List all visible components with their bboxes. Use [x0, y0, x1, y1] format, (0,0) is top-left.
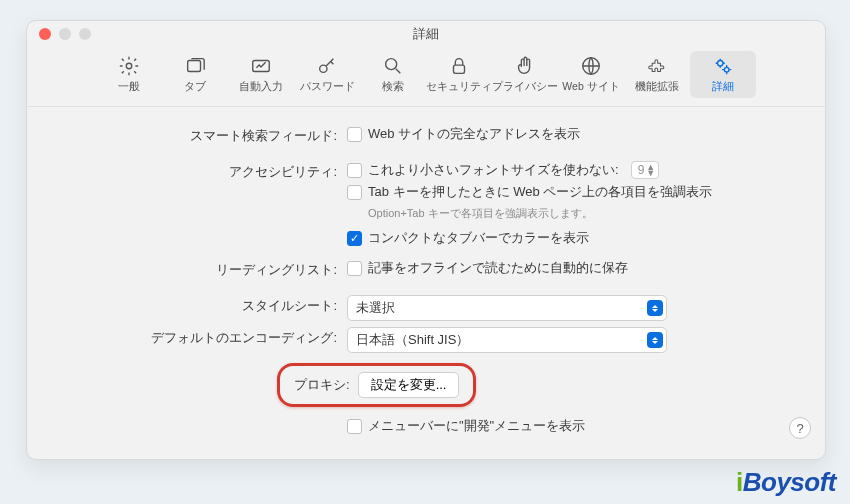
pencil-box-icon — [250, 55, 272, 77]
tab-privacy[interactable]: プライバシー — [492, 51, 558, 98]
develop-menu-checkbox[interactable] — [347, 419, 362, 434]
encoding-label: デフォルトのエンコーディング: — [57, 327, 347, 347]
gear-icon — [118, 55, 140, 77]
svg-point-8 — [724, 67, 729, 72]
tab-highlight-checkbox[interactable] — [347, 185, 362, 200]
tab-highlight-hint: Option+Tab キーで各項目を強調表示します。 — [347, 206, 795, 221]
proxy-settings-button[interactable]: 設定を変更... — [358, 372, 460, 398]
svg-point-4 — [386, 59, 397, 70]
globe-icon — [580, 55, 602, 77]
stylesheet-label: スタイルシート: — [57, 295, 347, 315]
tab-autofill[interactable]: 自動入力 — [228, 51, 294, 98]
min-font-size-select[interactable]: 9 ▲▼ — [631, 161, 660, 179]
reading-list-label: リーディングリスト: — [57, 259, 347, 279]
svg-rect-1 — [188, 61, 201, 72]
select-arrows-icon — [647, 332, 663, 348]
smart-search-label: スマート検索フィールド: — [57, 125, 347, 145]
proxy-label: プロキシ: — [294, 376, 350, 394]
tab-extensions[interactable]: 機能拡張 — [624, 51, 690, 98]
tab-advanced[interactable]: 詳細 — [690, 51, 756, 98]
key-icon — [316, 55, 338, 77]
lock-icon — [448, 55, 470, 77]
develop-menu-label: メニューバーに"開発"メニューを表示 — [368, 417, 585, 435]
compact-color-checkbox[interactable] — [347, 231, 362, 246]
tab-passwords[interactable]: パスワード — [294, 51, 360, 98]
stylesheet-select[interactable]: 未選択 — [347, 295, 667, 321]
preferences-window: 詳細 一般 タブ 自動入力 パスワード 検索 セキュリティ プライバシー — [26, 20, 826, 460]
svg-point-3 — [320, 65, 327, 72]
window-title: 詳細 — [27, 25, 825, 43]
proxy-highlight: プロキシ: 設定を変更... — [277, 363, 476, 407]
offline-save-label: 記事をオフラインで読むために自動的に保存 — [368, 259, 628, 277]
prefs-toolbar: 一般 タブ 自動入力 パスワード 検索 セキュリティ プライバシー Web サ — [27, 47, 825, 107]
tab-security[interactable]: セキュリティ — [426, 51, 492, 98]
compact-color-label: コンパクトなタブバーでカラーを表示 — [368, 229, 589, 247]
offline-save-checkbox[interactable] — [347, 261, 362, 276]
gears-icon — [712, 55, 734, 77]
encoding-select[interactable]: 日本語（Shift JIS） — [347, 327, 667, 353]
min-font-checkbox[interactable] — [347, 163, 362, 178]
show-full-address-checkbox[interactable] — [347, 127, 362, 142]
select-arrows-icon — [647, 300, 663, 316]
tab-search[interactable]: 検索 — [360, 51, 426, 98]
svg-rect-5 — [454, 65, 465, 73]
tabs-icon — [184, 55, 206, 77]
titlebar: 詳細 — [27, 21, 825, 47]
puzzle-icon — [646, 55, 668, 77]
min-font-label: これより小さいフォントサイズを使わない: — [368, 161, 619, 179]
stepper-arrows-icon: ▲▼ — [646, 164, 655, 176]
tab-highlight-label: Tab キーを押したときに Web ページ上の各項目を強調表示 — [368, 183, 712, 201]
show-full-address-label: Web サイトの完全なアドレスを表示 — [368, 125, 580, 143]
hand-icon — [514, 55, 536, 77]
tab-general[interactable]: 一般 — [96, 51, 162, 98]
svg-point-0 — [126, 63, 132, 69]
watermark-logo: iBoysoft — [736, 467, 836, 498]
accessibility-label: アクセシビリティ: — [57, 161, 347, 181]
help-button[interactable]: ? — [789, 417, 811, 439]
content-area: スマート検索フィールド: Web サイトの完全なアドレスを表示 アクセシビリティ… — [27, 107, 825, 451]
tab-websites[interactable]: Web サイト — [558, 51, 624, 98]
tab-tabs[interactable]: タブ — [162, 51, 228, 98]
svg-point-7 — [718, 61, 724, 67]
search-icon — [382, 55, 404, 77]
